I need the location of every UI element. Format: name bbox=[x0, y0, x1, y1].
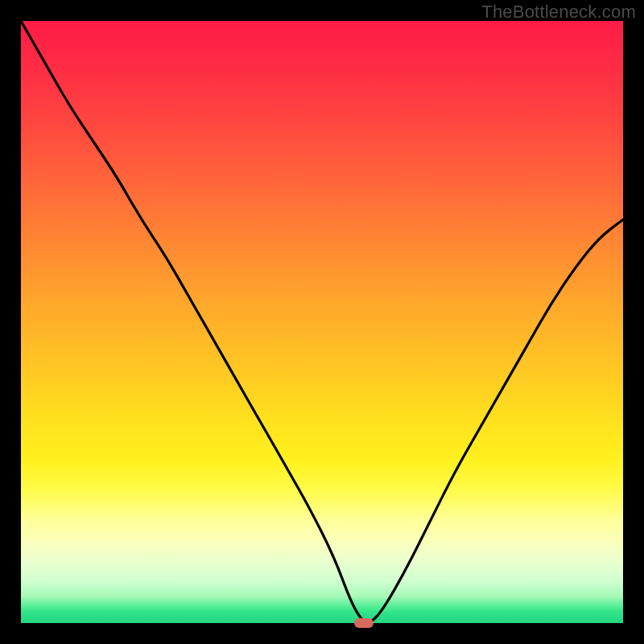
curve-path bbox=[21, 21, 623, 623]
watermark-label: TheBottleneck.com bbox=[481, 2, 636, 23]
chart-frame: TheBottleneck.com bbox=[0, 0, 644, 644]
plot-area bbox=[21, 21, 623, 623]
optimal-marker bbox=[354, 618, 374, 628]
bottleneck-curve bbox=[21, 21, 623, 623]
